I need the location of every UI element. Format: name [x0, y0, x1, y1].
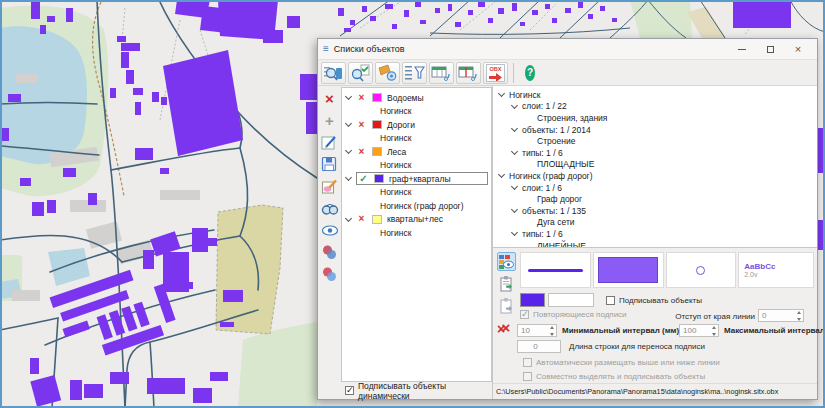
line-preview[interactable] [520, 252, 591, 288]
search-area-button[interactable] [348, 62, 373, 84]
tree-item[interactable]: Ногинск (граф дорог) [493, 170, 817, 182]
highlight-button[interactable] [375, 62, 400, 84]
table-split-button[interactable] [456, 62, 481, 84]
add-list-button[interactable]: + [321, 111, 339, 129]
chevron-down-icon[interactable] [511, 148, 518, 155]
dynamic-labels-checkbox[interactable] [345, 386, 354, 395]
selected-item-box[interactable]: ✓ граф+кварталы [356, 172, 488, 185]
list-subitem[interactable]: Ногинск [342, 186, 491, 200]
tree-item[interactable]: объекты: 1 / 2014 [493, 124, 817, 136]
find-object-button[interactable] [321, 199, 339, 217]
list-subitem[interactable]: Ногинск (граф дорог) [342, 199, 491, 213]
clear-intervals-button[interactable]: × [497, 322, 505, 336]
label-objects-checkbox[interactable] [606, 296, 615, 305]
tree-item[interactable]: ПЛОЩАДНЫЕ [493, 159, 817, 171]
label-text-field[interactable] [548, 293, 594, 307]
list-item[interactable]: × Леса [342, 145, 491, 159]
table-copy-button[interactable] [429, 62, 454, 84]
tree-item[interactable]: слои: 1 / 6 [493, 182, 817, 194]
min-interval-spinner[interactable]: 10 [517, 324, 557, 337]
minimize-button[interactable] [728, 40, 756, 58]
list-item[interactable]: × Водоемы [342, 91, 491, 105]
list-item-label[interactable]: Водоемы [387, 93, 424, 103]
filter-list-button[interactable] [402, 62, 427, 84]
auto-place-checkbox[interactable] [523, 358, 532, 367]
text-preview[interactable]: AaBbCc 2.0v [738, 252, 814, 288]
point-preview[interactable] [666, 252, 737, 288]
list-item-label[interactable]: кварталы+лес [387, 214, 443, 224]
search-objects-button[interactable] [321, 62, 346, 84]
tree-item[interactable]: Граф дорог [493, 193, 817, 205]
view-style-button[interactable] [497, 252, 516, 271]
wrap-length-field[interactable]: 0 [517, 340, 561, 353]
chevron-down-icon[interactable] [345, 174, 352, 181]
list-subitem[interactable]: Ногинск [342, 105, 491, 119]
export-obx-button[interactable]: OBX [483, 62, 508, 84]
dialog-titlebar[interactable]: ≡ Списки объектов × [318, 39, 817, 59]
list-subitem[interactable]: Ногинск [342, 159, 491, 173]
tree-item[interactable]: Ногинск [493, 89, 817, 101]
layer-color-swatch[interactable] [372, 93, 382, 102]
edge-offset-spinner[interactable]: 0 [758, 309, 804, 322]
maximize-button[interactable] [756, 40, 784, 58]
max-interval-spinner[interactable]: 100 [679, 324, 719, 337]
list-item-label[interactable]: граф+кварталы [389, 174, 451, 184]
visibility-cross-icon[interactable]: × [356, 214, 367, 224]
joint-select-label: Совместно выделять и подписывать объекты [536, 372, 705, 381]
help-button[interactable]: ? [519, 62, 541, 84]
legend-edit-button[interactable] [321, 177, 339, 195]
copy-style-button[interactable] [497, 274, 516, 293]
tree-item[interactable]: типы: 1 / 6 [493, 228, 817, 240]
list-item-selected[interactable]: ✓ граф+кварталы [342, 172, 491, 186]
save-list-button[interactable] [321, 155, 339, 173]
tree-item[interactable]: объекты: 1 / 135 [493, 205, 817, 217]
tree-item[interactable]: типы: 1 / 6 [493, 147, 817, 159]
chevron-down-icon[interactable] [498, 90, 505, 97]
chevron-down-icon[interactable] [345, 93, 352, 100]
tree-item[interactable]: Строения, здания [493, 112, 817, 124]
visibility-cross-icon[interactable]: × [356, 120, 367, 130]
label-color-swatch[interactable] [520, 293, 545, 307]
tree-item[interactable]: Строение [493, 135, 817, 147]
chevron-down-icon[interactable] [345, 147, 352, 154]
tree-item[interactable]: слои: 1 / 22 [493, 101, 817, 113]
tree-item[interactable]: Дуга сети [493, 217, 817, 229]
chevron-down-icon[interactable] [345, 215, 352, 222]
layer-color-swatch[interactable] [372, 147, 382, 156]
visibility-check-icon[interactable]: ✓ [358, 174, 369, 184]
point-sample [696, 266, 705, 275]
visibility-cross-icon[interactable]: × [356, 93, 367, 103]
chevron-down-icon[interactable] [511, 125, 518, 132]
list-item[interactable]: × Дороги [342, 118, 491, 132]
view-objects-button[interactable] [321, 221, 339, 239]
layer-color-swatch[interactable] [374, 174, 384, 183]
chevron-down-icon[interactable] [345, 120, 352, 127]
spinner-arrows-icon[interactable] [548, 326, 555, 336]
chevron-down-icon[interactable] [511, 206, 518, 213]
joint-select-checkbox[interactable] [523, 372, 532, 381]
list-subitem[interactable]: Ногинск [342, 226, 491, 240]
delete-list-button[interactable]: × [321, 89, 339, 107]
close-button[interactable]: × [784, 40, 812, 58]
list-subitem[interactable]: Ногинск [342, 132, 491, 146]
repeat-labels-checkbox[interactable] [520, 310, 529, 319]
chevron-down-icon[interactable] [511, 102, 518, 109]
deselect-objects-button[interactable] [321, 265, 339, 283]
fill-sample [598, 257, 659, 284]
list-item-label[interactable]: Дороги [387, 120, 415, 130]
spinner-arrows-icon[interactable] [795, 311, 802, 321]
layer-color-swatch[interactable] [372, 215, 382, 224]
list-item-label[interactable]: Леса [387, 147, 406, 157]
select-objects-button[interactable] [321, 243, 339, 261]
layer-color-swatch[interactable] [372, 120, 382, 129]
list-item[interactable]: × кварталы+лес [342, 213, 491, 227]
paste-style-button[interactable] [497, 296, 516, 315]
tree-item[interactable]: ЛИНЕЙНЫЕ [493, 240, 817, 247]
fill-preview[interactable] [593, 252, 664, 288]
chevron-down-icon[interactable] [498, 171, 505, 178]
chevron-down-icon[interactable] [511, 229, 518, 236]
spinner-arrows-icon[interactable] [710, 326, 717, 336]
visibility-cross-icon[interactable]: × [356, 147, 367, 157]
edit-list-button[interactable] [321, 133, 339, 151]
chevron-down-icon[interactable] [511, 183, 518, 190]
